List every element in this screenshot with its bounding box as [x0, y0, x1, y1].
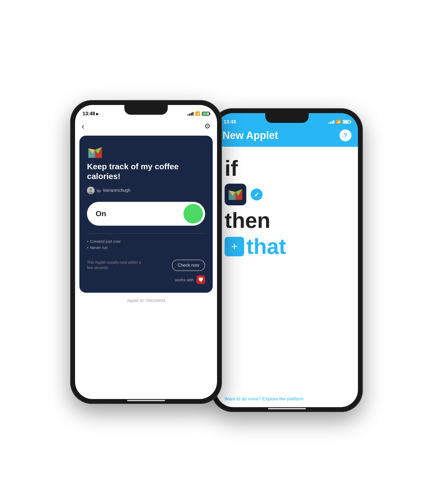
applet-author-row: by kieranmchugh	[87, 187, 205, 194]
then-label: then	[225, 210, 349, 231]
applet-card: Keep track of my coffee calories! by kie…	[79, 136, 213, 293]
notch-1	[124, 105, 168, 115]
settings-button[interactable]: ⚙	[204, 122, 211, 130]
battery-icon-2	[343, 120, 350, 124]
phone2-title-row: New Applet ?	[222, 127, 351, 141]
status-time-2: 13:48	[224, 119, 236, 125]
if-label: if	[225, 158, 349, 179]
signal-icon-1	[188, 112, 193, 116]
wifi-icon-1: 📶	[195, 111, 200, 116]
check-row: This Applet usually runs within a few se…	[87, 260, 205, 271]
back-button[interactable]: ‹	[82, 121, 85, 131]
wifi-icon-2: 📶	[336, 119, 341, 124]
toggle-label: On	[96, 209, 106, 218]
battery-icon-1	[202, 112, 209, 116]
status-icons-2: 📶	[328, 119, 350, 124]
works-with-row: works with	[87, 275, 205, 284]
service-logo	[87, 144, 205, 162]
scene: 13:48 ▶ 📶 ‹	[0, 0, 433, 504]
signal-icon-2	[328, 120, 334, 124]
phone-1: 13:48 ▶ 📶 ‹	[70, 100, 222, 404]
edit-button[interactable]	[251, 189, 263, 200]
applet-info: Created just now Never run	[87, 233, 205, 251]
toggle-circle	[183, 204, 203, 224]
svg-point-5	[89, 188, 92, 191]
author-prefix: by	[97, 188, 101, 193]
plus-symbol: +	[231, 241, 238, 252]
notch-2	[265, 113, 309, 123]
applet-title: Keep track of my coffee calories!	[87, 162, 205, 181]
bullet-created: Created just now	[87, 239, 205, 244]
location-icon: ▶	[96, 112, 99, 116]
service-row	[225, 184, 349, 205]
works-with-label: works with	[175, 277, 194, 282]
check-now-button[interactable]: Check now	[172, 260, 205, 271]
check-description: This Applet usually runs within a few se…	[87, 260, 141, 270]
phone-2: 13:48 📶	[211, 108, 363, 412]
home-indicator-1	[127, 400, 165, 401]
applet-id: Applet ID 79402945d	[75, 293, 217, 308]
phone-1-screen: 13:48 ▶ 📶 ‹	[75, 105, 217, 399]
that-label: that	[246, 236, 286, 257]
service-icon[interactable]	[225, 184, 246, 205]
health-icon	[196, 275, 205, 284]
author-name: kieranmchugh	[103, 188, 131, 193]
status-icons-1: 📶	[188, 111, 209, 116]
status-time-1: 13:48	[83, 111, 95, 117]
phone2-content: 13:48 📶	[216, 113, 358, 407]
that-row: + that	[225, 236, 349, 257]
help-button[interactable]: ?	[340, 129, 351, 141]
explore-link[interactable]: Want to do more? Explore the platform	[216, 391, 358, 407]
home-indicator-2	[268, 408, 306, 409]
applet-builder: if	[216, 147, 358, 391]
author-avatar	[87, 187, 95, 194]
phone-2-screen: 13:48 📶	[216, 113, 358, 407]
phone2-title: New Applet	[222, 130, 278, 141]
bullet-run: Never run	[87, 245, 205, 250]
toggle-switch[interactable]: On	[87, 202, 205, 226]
that-plus-icon: +	[225, 237, 244, 256]
phone1-nav: ‹ ⚙	[75, 119, 217, 136]
